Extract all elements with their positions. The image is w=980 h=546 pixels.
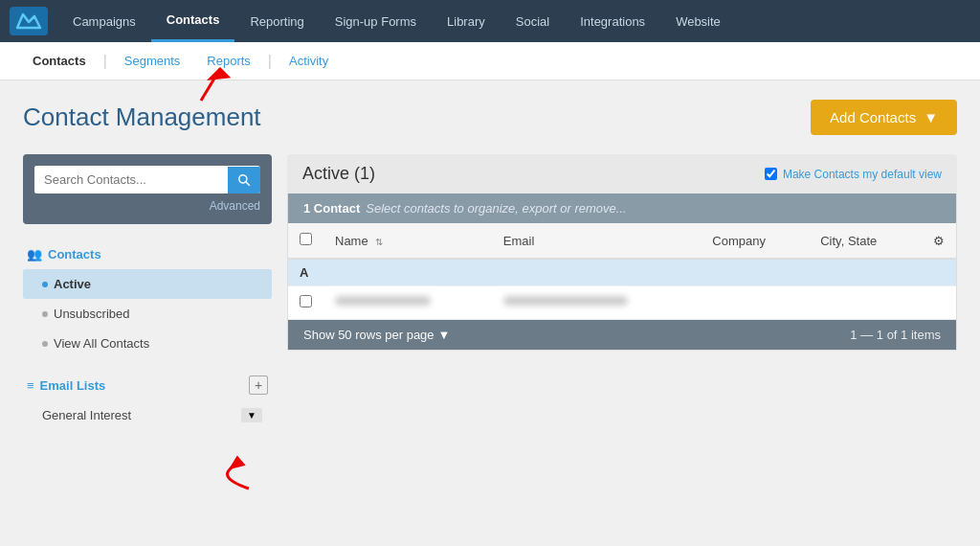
contacts-table-element: Name ⇅ Email Company City, (288, 223, 956, 320)
nav-integrations[interactable]: Integrations (565, 0, 660, 42)
active-header: Active (1) Make Contacts my default view (287, 154, 957, 193)
divider-2: | (268, 53, 272, 70)
search-input-row (34, 166, 260, 193)
settings-col-header[interactable]: ⚙ (922, 223, 956, 259)
city-state-col-header: City, State (809, 223, 922, 259)
rows-dropdown-icon: ▼ (438, 328, 451, 342)
row-company-cell (701, 286, 809, 320)
active-bullet (42, 282, 48, 287)
view-all-bullet (42, 341, 48, 347)
pagination-info: 1 — 1 of 1 items (850, 328, 941, 342)
svg-point-2 (239, 174, 247, 182)
search-icon (237, 173, 251, 187)
unsubscribed-bullet (42, 311, 48, 317)
default-view-input[interactable] (765, 168, 777, 180)
table-row (288, 286, 956, 320)
select-all-col (288, 223, 323, 259)
table-hint: Select contacts to organize, export or r… (366, 201, 626, 216)
row-email-cell (492, 286, 701, 320)
main-panel: Active (1) Make Contacts my default view… (287, 154, 957, 428)
sub-nav-segments[interactable]: Segments (111, 42, 194, 80)
contacts-group-icon: 👥 (27, 247, 42, 262)
row-extra-cell (922, 286, 956, 320)
table-count: 1 Contact (303, 201, 360, 216)
divider-1: | (103, 53, 107, 70)
row-checkbox[interactable] (300, 295, 312, 307)
list-icon: ≡ (27, 378, 34, 393)
general-interest-dropdown[interactable]: ▼ (241, 408, 262, 422)
group-row-a: A (288, 259, 956, 286)
sidebar-item-unsubscribed[interactable]: Unsubscribed (23, 299, 272, 329)
nav-social[interactable]: Social (501, 0, 565, 42)
nav-contacts[interactable]: Contacts (151, 0, 235, 42)
name-sort-icon[interactable]: ⇅ (375, 237, 383, 247)
nav-website[interactable]: Website (660, 0, 736, 42)
dropdown-chevron-icon: ▼ (924, 109, 938, 125)
row-city-cell (809, 286, 922, 320)
default-view-checkbox[interactable]: Make Contacts my default view (765, 168, 942, 181)
search-button[interactable] (228, 167, 260, 193)
main-content: Contact Management Add Contacts ▼ Ad (0, 80, 980, 546)
email-col-header: Email (492, 223, 701, 259)
nav-reporting[interactable]: Reporting (234, 0, 319, 42)
active-title: Active (1) (302, 164, 375, 184)
sidebar-item-active[interactable]: Active (23, 269, 272, 299)
nav-library[interactable]: Library (432, 0, 501, 42)
top-nav-items: Campaigns Contacts Reporting Sign-up For… (57, 0, 736, 42)
general-interest-item[interactable]: General Interest ▼ (23, 402, 272, 428)
top-nav: Campaigns Contacts Reporting Sign-up For… (0, 0, 980, 42)
email-lists-section: ≡ Email Lists (27, 378, 105, 393)
rows-per-page-selector[interactable]: Show 50 rows per page ▼ (303, 328, 450, 342)
table-info-bar: 1 Contact Select contacts to organize, e… (288, 193, 956, 223)
page-title: Contact Management (23, 102, 261, 132)
logo-icon[interactable] (10, 7, 48, 35)
body-layout: Advanced 👥 Contacts Active Unsubscribed (23, 154, 957, 428)
name-col-header[interactable]: Name ⇅ (323, 223, 492, 259)
row-name-cell (323, 286, 492, 320)
sub-nav-contacts[interactable]: Contacts (19, 42, 100, 80)
page-header: Contact Management Add Contacts ▼ (23, 100, 957, 135)
svg-line-3 (246, 181, 250, 185)
advanced-link[interactable]: Advanced (34, 199, 260, 213)
sidebar: Advanced 👥 Contacts Active Unsubscribed (23, 154, 272, 428)
email-lists-header: ≡ Email Lists + (23, 368, 272, 402)
nav-signup-forms[interactable]: Sign-up Forms (320, 0, 432, 42)
select-all-checkbox[interactable] (300, 233, 312, 245)
sub-nav: Contacts | Segments Reports | Activity (0, 42, 980, 80)
search-box-container: Advanced (23, 154, 272, 224)
table-footer: Show 50 rows per page ▼ 1 — 1 of 1 items (288, 320, 956, 350)
blurred-name (335, 296, 431, 306)
row-checkbox-cell (288, 286, 323, 320)
sub-nav-reports[interactable]: Reports (193, 42, 264, 80)
add-contacts-button[interactable]: Add Contacts ▼ (811, 100, 957, 135)
add-list-button[interactable]: + (249, 375, 268, 395)
company-col-header: Company (701, 223, 809, 259)
contacts-table: 1 Contact Select contacts to organize, e… (287, 193, 957, 351)
blurred-email (503, 296, 628, 306)
sub-nav-activity[interactable]: Activity (276, 42, 342, 80)
sidebar-contacts-section: 👥 Contacts (23, 239, 272, 269)
search-input[interactable] (34, 166, 228, 193)
sidebar-item-view-all[interactable]: View All Contacts (23, 329, 272, 358)
nav-campaigns[interactable]: Campaigns (57, 0, 151, 42)
group-label: A (288, 259, 956, 286)
